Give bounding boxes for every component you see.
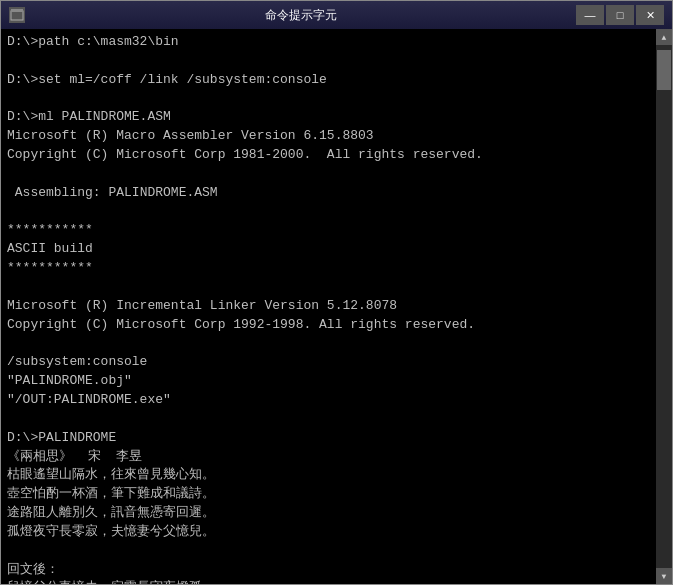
cmd-window: 命令提示字元 — □ ✕ D:\>path c:\masm32\bin D:\>…	[0, 0, 673, 585]
scroll-thumb[interactable]	[657, 50, 671, 90]
console-area: D:\>path c:\masm32\bin D:\>set ml=/coff …	[1, 29, 672, 584]
close-button[interactable]: ✕	[636, 5, 664, 25]
scrollbar[interactable]: ▲ ▼	[656, 29, 672, 584]
window-controls: — □ ✕	[576, 5, 664, 25]
window-icon	[9, 7, 25, 23]
window-title: 命令提示字元	[31, 7, 570, 24]
console-output[interactable]: D:\>path c:\masm32\bin D:\>set ml=/coff …	[1, 29, 656, 584]
title-bar: 命令提示字元 — □ ✕	[1, 1, 672, 29]
minimize-button[interactable]: —	[576, 5, 604, 25]
scroll-up-arrow[interactable]: ▲	[656, 29, 672, 45]
svg-rect-1	[11, 9, 23, 12]
scroll-track[interactable]	[656, 45, 672, 568]
svg-rect-0	[11, 11, 23, 20]
scroll-down-arrow[interactable]: ▼	[656, 568, 672, 584]
maximize-button[interactable]: □	[606, 5, 634, 25]
